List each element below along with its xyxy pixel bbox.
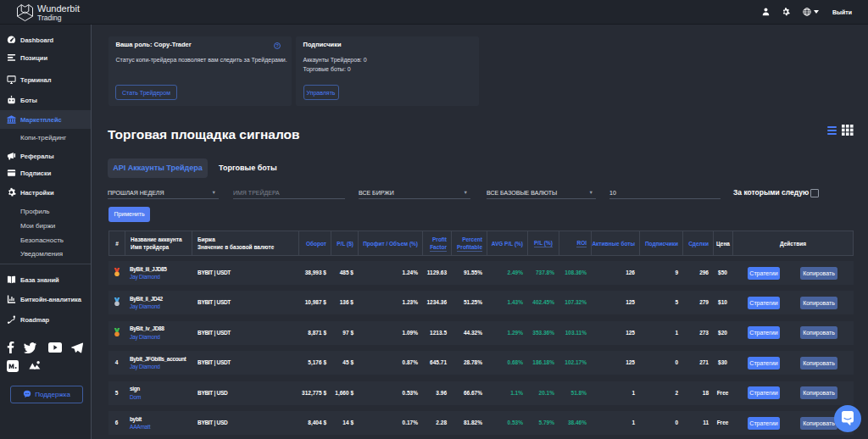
svg-text:?: ? bbox=[275, 42, 278, 47]
